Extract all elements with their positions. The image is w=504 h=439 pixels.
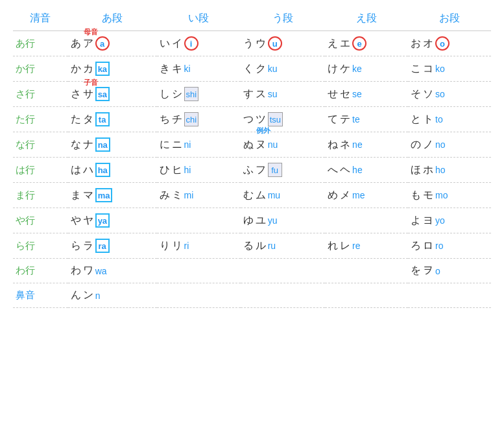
table-row: た行 た タ ta ち チ chi 例外 つ ツ tsu て テ te (13, 107, 491, 132)
cell-i: り リ ri (157, 233, 241, 259)
hiragana: る (243, 239, 254, 253)
katakana: ク (256, 62, 266, 76)
hiragana: ん (71, 289, 81, 302)
roma-plain: yo (435, 215, 445, 226)
table-row: 鼻音 ん ン n (13, 283, 491, 308)
roma-plain: te (352, 114, 360, 125)
cell-empty-e (325, 283, 408, 308)
katakana: マ (83, 189, 93, 202)
katakana: ル (256, 239, 266, 253)
cell-a: わ ワ wa (68, 259, 157, 283)
hiragana: ひ (160, 163, 170, 177)
hiragana: せ (328, 88, 338, 101)
cell-e: て テ te (325, 107, 408, 132)
table-row: あ行 母音 あ ア a い イ i う ウ u え エ e お (13, 31, 491, 56)
row-header: や行 (13, 208, 68, 233)
cell-u: ゆ ユ yu (241, 208, 325, 233)
roma-plain: wa (95, 266, 107, 276)
cell-a: ん ン n (68, 283, 157, 308)
hiragana: た (71, 113, 81, 126)
roma-plain: ku (268, 64, 278, 74)
row-header: は行 (13, 158, 68, 183)
row-header: あ行 (13, 31, 68, 56)
hiragana: ま (71, 189, 81, 202)
cell-o: ろ ロ ro (408, 233, 491, 259)
table-row: な行 な ナ na に ニ ni ぬ ヌ nu ね ネ ne (13, 132, 491, 158)
cell-o: と ト to (408, 107, 491, 132)
row-header: さ行 (13, 82, 68, 107)
table-row: ま行 ま マ ma み ミ mi む ム mu め メ me (13, 183, 491, 208)
katakana: リ (172, 239, 182, 253)
roma-plain: o (435, 266, 440, 276)
hiragana: を (411, 264, 421, 278)
kana-table: 清音 あ段 い段 う段 え段 お段 あ行 母音 あ ア a い イ i う ウ (13, 6, 491, 308)
cell-a: 子音 さ サ sa (68, 82, 157, 107)
roma-plain: yu (268, 215, 278, 226)
header-e-dan: え段 (325, 6, 408, 31)
roma-boxed: sa (95, 87, 110, 101)
roma-plain: ko (435, 64, 445, 74)
hiragana: ね (328, 138, 338, 152)
hiragana: よ (411, 214, 421, 228)
note-label: 母音 (84, 27, 98, 37)
header-o-dan: お段 (408, 6, 491, 31)
hiragana: ち (160, 113, 170, 126)
table-row: は行 は ハ ha ひ ヒ hi ふ フ fu へ ヘ he (13, 158, 491, 183)
hiragana: へ (328, 163, 338, 177)
header-seion: 清音 (13, 6, 68, 31)
katakana: ヘ (340, 163, 350, 177)
cell-e: け ケ ke (325, 56, 408, 82)
cell-a: か カ ka (68, 56, 157, 82)
cell-a: 母音 あ ア a (68, 31, 157, 56)
row-header: た行 (13, 107, 68, 132)
cell-a: た タ ta (68, 107, 157, 132)
cell-i: し シ shi (157, 82, 241, 107)
cell-o: こ コ ko (408, 56, 491, 82)
cell-u: 例外 つ ツ tsu (241, 107, 325, 132)
hiragana: あ (71, 37, 81, 51)
katakana: ア (83, 37, 93, 51)
roma-plain: ni (184, 139, 191, 150)
katakana: ホ (423, 163, 433, 177)
hiragana: ぬ (243, 138, 254, 152)
katakana: ハ (83, 163, 93, 177)
roma-boxed: ya (95, 213, 110, 228)
katakana: コ (423, 62, 433, 76)
cell-e: め メ me (325, 183, 408, 208)
katakana: サ (83, 88, 93, 101)
katakana: ナ (83, 138, 93, 152)
cell-o: ほ ホ ho (408, 158, 491, 183)
cell-empty-i (157, 283, 241, 308)
katakana: ン (83, 289, 93, 302)
roma-plain: su (268, 89, 278, 99)
katakana: オ (423, 37, 433, 51)
katakana: イ (172, 37, 182, 51)
katakana: テ (340, 113, 350, 126)
hiragana: め (328, 189, 338, 202)
roma-circled: e (352, 36, 366, 51)
roma-boxed-purple: fu (268, 163, 282, 177)
katakana: レ (340, 239, 350, 253)
cell-e: せ セ se (325, 82, 408, 107)
hiragana: ろ (411, 239, 421, 253)
roma-plain: no (435, 139, 446, 150)
cell-u: す ス su (241, 82, 325, 107)
hiragana: て (328, 113, 338, 126)
row-header: な行 (13, 132, 68, 158)
hiragana: と (411, 113, 421, 126)
hiragana: う (243, 37, 254, 51)
katakana: ケ (340, 62, 350, 76)
katakana: ヲ (423, 264, 433, 278)
hiragana: つ (243, 113, 254, 126)
katakana: ム (256, 189, 266, 202)
roma-plain: mi (184, 190, 194, 200)
katakana: ヤ (83, 214, 93, 228)
hiragana: え (328, 37, 338, 51)
cell-a: な ナ na (68, 132, 157, 158)
katakana: ソ (423, 88, 433, 101)
hiragana: さ (71, 88, 81, 101)
katakana: ヒ (172, 163, 182, 177)
roma-boxed-purple: shi (184, 87, 199, 101)
cell-empty-i (157, 259, 241, 283)
cell-empty-o (408, 283, 491, 308)
